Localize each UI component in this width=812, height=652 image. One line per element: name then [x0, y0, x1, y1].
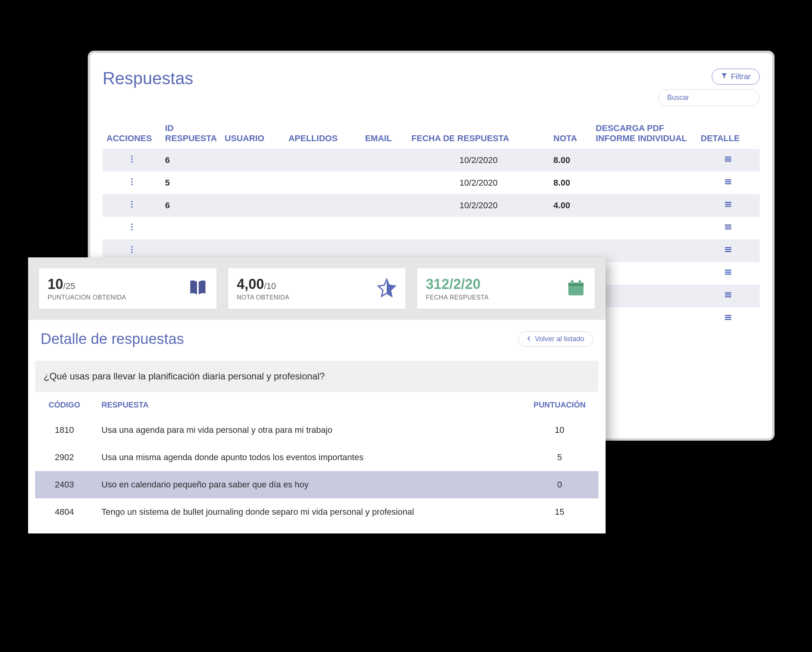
col-descarga: DESCARGA PDF INFORME INDIVIDUAL — [592, 118, 697, 149]
score-bar: 10/25 PUNTUACIÓN OBTENIDA 4,00/10 NOTA O… — [28, 257, 606, 320]
cell-fecha — [407, 217, 549, 239]
cell-codigo: 4804 — [35, 498, 94, 526]
more-icon[interactable] — [127, 245, 137, 257]
cell-puntuacion: 15 — [521, 498, 599, 526]
cell-descarga — [592, 262, 697, 285]
score-label: NOTA OBTENIDA — [237, 294, 290, 301]
table-row: 610/2/20208.00 — [103, 149, 760, 172]
cell-nota: 8.00 — [549, 149, 592, 172]
more-icon[interactable] — [127, 200, 137, 211]
score-label: FECHA RESPUESTA — [426, 294, 489, 301]
score-card-puntuacion: 10/25 PUNTUACIÓN OBTENIDA — [39, 268, 217, 309]
detail-icon[interactable] — [723, 200, 733, 211]
score-card-nota: 4,00/10 NOTA OBTENIDA — [228, 268, 406, 309]
back-to-list-button[interactable]: Volver al listado — [518, 331, 593, 347]
page-title: Respuestas — [103, 69, 193, 88]
cell-usuario — [221, 194, 284, 217]
svg-rect-49 — [569, 283, 584, 286]
col-fecha: FECHA DE RESPUESTA — [407, 118, 549, 149]
cell-apellidos — [284, 149, 361, 172]
cell-email — [361, 194, 407, 217]
svg-point-13 — [131, 204, 133, 205]
cell-puntuacion: 5 — [521, 444, 599, 471]
svg-point-0 — [131, 156, 133, 157]
header-controls: Filtrar — [658, 69, 760, 106]
cell-codigo: 1810 — [35, 416, 94, 444]
col-email: EMAIL — [361, 118, 407, 149]
filter-button[interactable]: Filtrar — [712, 69, 760, 85]
cell-respuesta: Usa una agenda para mi vida personal y o… — [94, 416, 521, 444]
cell-nota: 8.00 — [549, 172, 592, 194]
cell-descarga — [592, 307, 697, 330]
cell-email — [361, 172, 407, 194]
cell-apellidos — [284, 172, 361, 194]
detail-icon[interactable] — [723, 313, 733, 324]
table-row: 610/2/20204.00 — [103, 194, 760, 217]
cell-nota: 4.00 — [549, 194, 592, 217]
cell-apellidos — [284, 217, 361, 239]
table-row: 4804Tengo un sistema de bullet journalin… — [35, 498, 599, 526]
detail-icon[interactable] — [723, 268, 733, 279]
cell-apellidos — [284, 194, 361, 217]
score-card-fecha: 312/2/20 FECHA RESPUESTA — [417, 268, 595, 309]
svg-point-7 — [131, 181, 133, 182]
table-row — [103, 217, 760, 239]
score-sub: /10 — [264, 281, 276, 291]
cell-usuario — [221, 172, 284, 194]
cell-descarga — [592, 217, 697, 239]
col-acciones: ACCIONES — [103, 118, 161, 149]
svg-point-18 — [131, 223, 133, 225]
more-icon[interactable] — [127, 154, 137, 166]
cell-respuesta: Usa una misma agenda donde apunto todos … — [94, 444, 521, 471]
more-icon[interactable] — [127, 177, 137, 189]
table-row: 1810Usa una agenda para mi vida personal… — [35, 416, 599, 444]
col-apellidos: APELLIDOS — [284, 118, 361, 149]
back-to-list-label: Volver al listado — [535, 335, 584, 343]
calendar-icon — [566, 278, 586, 299]
svg-point-20 — [131, 229, 133, 230]
detail-icon[interactable] — [723, 177, 733, 189]
cell-email — [361, 217, 407, 239]
cell-email — [361, 149, 407, 172]
detail-icon[interactable] — [723, 245, 733, 257]
svg-point-19 — [131, 226, 133, 228]
svg-point-14 — [131, 206, 133, 208]
search-input[interactable] — [658, 89, 760, 106]
filter-button-label: Filtrar — [731, 72, 751, 81]
svg-point-1 — [131, 158, 133, 160]
cell-nota — [549, 217, 592, 239]
detail-panel: 10/25 PUNTUACIÓN OBTENIDA 4,00/10 NOTA O… — [28, 257, 606, 533]
svg-point-12 — [131, 201, 133, 202]
cell-id — [161, 217, 221, 239]
cell-id: 6 — [161, 149, 221, 172]
cell-usuario — [221, 149, 284, 172]
filter-icon — [721, 72, 728, 81]
score-sub: /25 — [63, 281, 75, 291]
cell-codigo: 2403 — [35, 471, 94, 498]
svg-point-8 — [131, 184, 133, 185]
score-main: 10 — [48, 276, 63, 292]
cell-fecha: 10/2/2020 — [407, 172, 549, 194]
svg-rect-50 — [571, 280, 574, 285]
chevron-left-icon — [527, 335, 531, 343]
detail-icon[interactable] — [723, 222, 733, 234]
svg-point-26 — [131, 252, 133, 253]
detail-icon[interactable] — [723, 154, 733, 166]
svg-rect-51 — [579, 280, 581, 285]
cell-descarga — [592, 194, 697, 217]
detail-icon[interactable] — [723, 290, 733, 302]
cell-id: 6 — [161, 194, 221, 217]
responses-header: Respuestas Filtrar — [103, 69, 760, 106]
cell-fecha: 10/2/2020 — [407, 194, 549, 217]
score-label: PUNTUACIÓN OBTENIDA — [48, 294, 126, 301]
col-codigo: CÓDIGO — [35, 392, 94, 416]
cell-usuario — [221, 217, 284, 239]
cell-descarga — [592, 239, 697, 262]
cell-puntuacion: 0 — [521, 471, 599, 498]
cell-respuesta: Uso en calendario pequeño para saber que… — [94, 471, 521, 498]
col-puntuacion: PUNTUACIÓN — [521, 392, 599, 416]
svg-point-25 — [131, 249, 133, 250]
cell-descarga — [592, 149, 697, 172]
col-id: ID RESPUESTA — [161, 118, 221, 149]
more-icon[interactable] — [127, 222, 137, 234]
